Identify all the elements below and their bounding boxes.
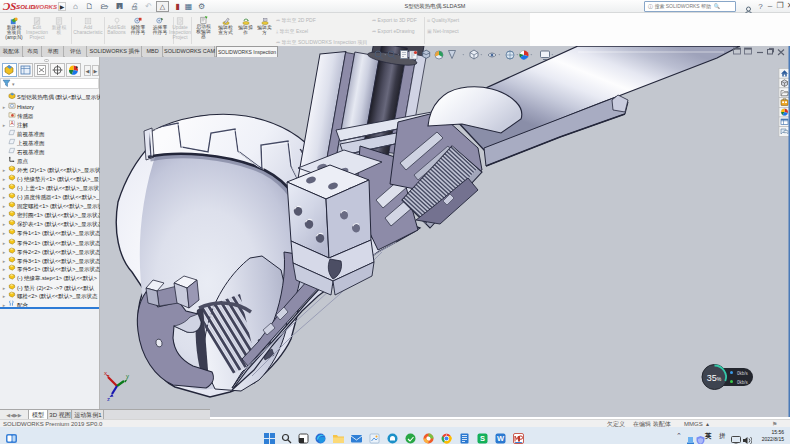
svg-text:0kb/s: 0kb/s [737,380,749,385]
svg-text:x: x [104,370,107,376]
svg-text:ƆS: ƆS [2,0,16,12]
svg-text:S: S [480,434,485,443]
svg-text:z: z [107,396,110,402]
svg-text:y: y [126,373,129,379]
svg-text:WORKS: WORKS [34,3,58,10]
svg-text:W: W [497,434,505,443]
svg-text:0kb/s: 0kb/s [737,371,749,376]
